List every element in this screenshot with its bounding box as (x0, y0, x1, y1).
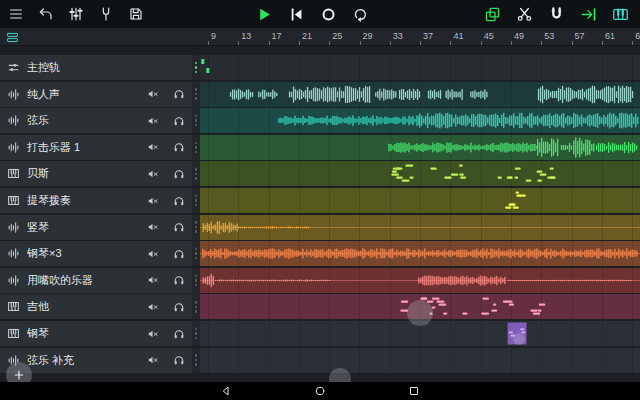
track-lane[interactable] (200, 241, 640, 266)
track-header[interactable]: 竖琴 (0, 215, 192, 240)
nav-recents-button[interactable] (402, 383, 426, 399)
track-lane[interactable] (200, 268, 640, 293)
track-header[interactable]: 吉他 (0, 294, 192, 319)
track-row: 钢琴 (0, 321, 640, 346)
split-tool-button[interactable] (512, 2, 536, 26)
track-row: 纯人声 (0, 82, 640, 107)
track-header[interactable]: 钢琴×3 (0, 241, 192, 266)
mute-icon (147, 301, 159, 313)
save-button[interactable] (124, 2, 148, 26)
magnet-icon (548, 6, 565, 23)
android-nav-bar (0, 382, 640, 400)
track-drag-handle[interactable] (192, 294, 200, 319)
skip-start-button[interactable] (284, 2, 308, 26)
piano-roll-icon (0, 300, 26, 313)
track-drag-handle[interactable] (192, 348, 200, 373)
track-lane[interactable] (200, 321, 640, 346)
mute-button[interactable] (140, 268, 166, 293)
keyboard-button[interactable] (608, 2, 632, 26)
track-drag-handle[interactable] (192, 215, 200, 240)
headphones-icon (173, 248, 185, 260)
record-button[interactable] (316, 2, 340, 26)
track-row: 贝斯 (0, 161, 640, 186)
track-header[interactable]: 纯人声 (0, 82, 192, 107)
track-header[interactable]: 打击乐器 1 (0, 135, 192, 160)
track-lane[interactable] (200, 215, 640, 240)
headphones-icon (173, 168, 185, 180)
track-header[interactable]: 主控轨 (0, 55, 192, 80)
mute-button[interactable] (140, 321, 166, 346)
play-button[interactable] (252, 2, 276, 26)
magnet-button[interactable] (544, 2, 568, 26)
track-drag-handle[interactable] (192, 241, 200, 266)
mute-button[interactable] (140, 188, 166, 213)
headphones-button[interactable] (166, 241, 192, 266)
loop-button[interactable] (348, 2, 372, 26)
headphones-button[interactable] (166, 215, 192, 240)
track-row: 主控轨 (0, 55, 640, 80)
loop-icon (352, 6, 369, 23)
tools-button[interactable] (94, 2, 118, 26)
track-lane[interactable] (200, 82, 640, 107)
track-header[interactable]: 提琴拨奏 (0, 188, 192, 213)
track-drag-handle[interactable] (192, 135, 200, 160)
tracklist-toggle-button[interactable] (6, 30, 26, 44)
mute-button[interactable] (140, 215, 166, 240)
headphones-icon (173, 328, 185, 340)
track-header[interactable]: 用嘴吹的乐器 (0, 268, 192, 293)
mute-button[interactable] (140, 135, 166, 160)
track-lane[interactable] (200, 55, 640, 80)
track-drag-handle[interactable] (192, 55, 200, 80)
headphones-button[interactable] (166, 348, 192, 373)
track-lane[interactable] (200, 161, 640, 186)
track-header[interactable]: 贝斯 (0, 161, 192, 186)
menu-button[interactable] (4, 2, 28, 26)
headphones-button[interactable] (166, 135, 192, 160)
nav-home-button[interactable] (308, 383, 332, 399)
track-lane[interactable] (200, 348, 640, 373)
nav-back-button[interactable] (214, 383, 238, 399)
track-lane[interactable] (200, 294, 640, 319)
mute-button[interactable] (140, 294, 166, 319)
piano-roll-icon (0, 194, 26, 207)
tracklist-toggle-icon (6, 31, 19, 44)
headphones-button[interactable] (166, 108, 192, 133)
mute-button[interactable] (140, 161, 166, 186)
nav-recents-icon (408, 385, 420, 397)
headphones-button[interactable] (166, 321, 192, 346)
track-lane[interactable] (200, 135, 640, 160)
copy-button[interactable] (480, 2, 504, 26)
track-lane[interactable] (200, 108, 640, 133)
headphones-icon (173, 221, 185, 233)
headphones-button[interactable] (166, 294, 192, 319)
mute-button[interactable] (140, 108, 166, 133)
undo-button[interactable] (34, 2, 58, 26)
headphones-icon (173, 115, 185, 127)
undo-icon (38, 6, 54, 22)
timeline-ruler[interactable]: 91317212529333741454953576165 (200, 28, 640, 45)
headphones-button[interactable] (166, 82, 192, 107)
ruler-tick (420, 41, 421, 45)
piano-roll-icon (0, 167, 26, 180)
mute-button[interactable] (140, 348, 166, 373)
mute-icon (147, 354, 159, 366)
advance-button[interactable] (576, 2, 600, 26)
track-drag-handle[interactable] (192, 268, 200, 293)
track-drag-handle[interactable] (192, 161, 200, 186)
track-header[interactable]: 钢琴 (0, 321, 192, 346)
mute-button[interactable] (140, 241, 166, 266)
audio-waveform-icon (0, 274, 26, 287)
track-drag-handle[interactable] (192, 82, 200, 107)
ruler-tick-label: 33 (393, 31, 403, 41)
track-drag-handle[interactable] (192, 321, 200, 346)
track-drag-handle[interactable] (192, 108, 200, 133)
track-drag-handle[interactable] (192, 188, 200, 213)
headphones-button[interactable] (166, 188, 192, 213)
mute-button[interactable] (140, 82, 166, 107)
headphones-button[interactable] (166, 268, 192, 293)
track-header[interactable]: 弦乐 (0, 108, 192, 133)
mixer-button[interactable] (64, 2, 88, 26)
track-lane[interactable] (200, 188, 640, 213)
headphones-button[interactable] (166, 161, 192, 186)
mute-icon (147, 274, 159, 286)
